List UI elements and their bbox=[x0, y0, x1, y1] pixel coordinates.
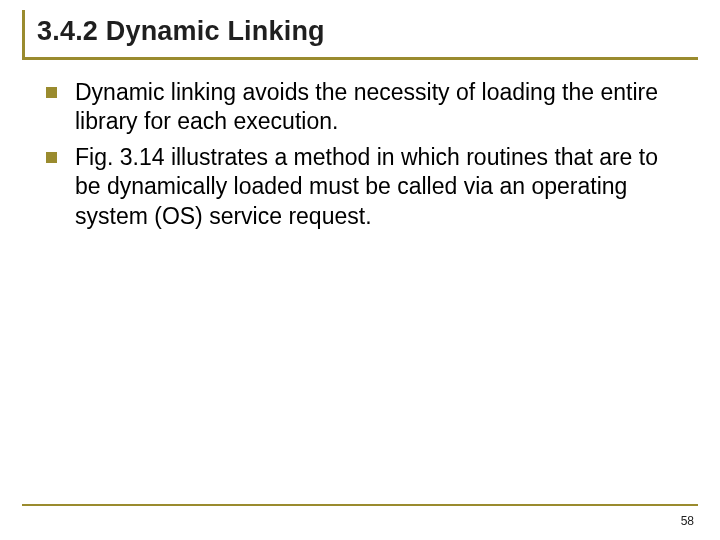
bullet-square-icon bbox=[46, 152, 57, 163]
list-item: Dynamic linking avoids the necessity of … bbox=[46, 78, 688, 137]
page-number: 58 bbox=[681, 514, 694, 528]
title-container: 3.4.2 Dynamic Linking bbox=[22, 10, 698, 60]
slide: 3.4.2 Dynamic Linking Dynamic linking av… bbox=[0, 0, 720, 540]
footer-divider bbox=[22, 504, 698, 506]
bullet-text: Dynamic linking avoids the necessity of … bbox=[75, 78, 688, 137]
bullet-text: Fig. 3.14 illustrates a method in which … bbox=[75, 143, 688, 231]
slide-title: 3.4.2 Dynamic Linking bbox=[37, 16, 698, 47]
slide-body: Dynamic linking avoids the necessity of … bbox=[22, 78, 698, 231]
list-item: Fig. 3.14 illustrates a method in which … bbox=[46, 143, 688, 231]
bullet-square-icon bbox=[46, 87, 57, 98]
